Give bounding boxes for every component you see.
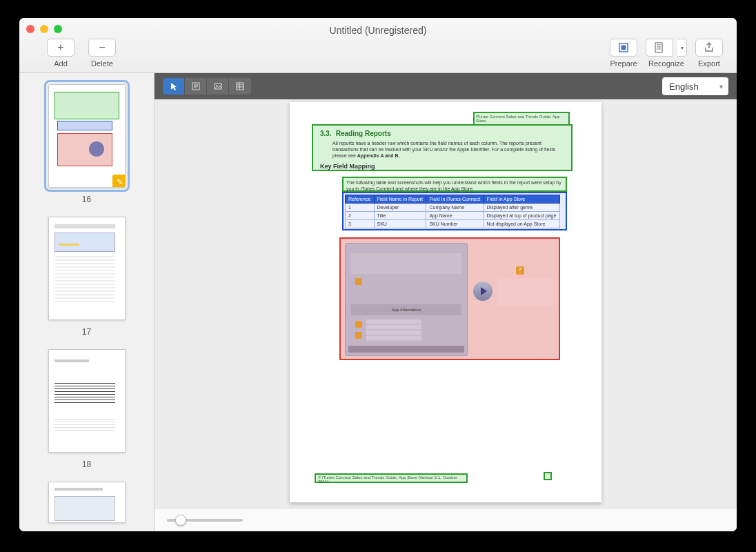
recognize-dropdown[interactable]: ▾ xyxy=(677,39,687,57)
add-button[interactable]: + Add xyxy=(47,39,74,68)
recognize-icon xyxy=(646,39,673,57)
svg-rect-12 xyxy=(237,83,243,90)
thumbnail-18[interactable]: 18 xyxy=(48,349,126,469)
main-area: English iTunes Connect Sales and Trends … xyxy=(155,73,737,531)
prepare-icon xyxy=(610,39,637,57)
table-row: 2TitleApp NameDisplayed at top of produc… xyxy=(346,212,560,220)
pointer-mode-button[interactable] xyxy=(163,78,185,95)
table-row: 3SKUSKU NumberNot displayed on App Store xyxy=(346,220,560,228)
zoom-slider[interactable] xyxy=(167,519,243,522)
thumbnail-19[interactable] xyxy=(48,482,126,523)
thumbnail-number: 18 xyxy=(48,460,126,469)
zoom-knob[interactable] xyxy=(175,515,186,526)
minus-icon: − xyxy=(88,39,116,57)
text-zone[interactable]: 3.3. Reading Reports All reports have a … xyxy=(312,124,573,171)
recognize-button[interactable]: ▾ Recognize xyxy=(646,39,687,68)
toolbar-left: + Add − Delete xyxy=(47,39,116,68)
app-window: Untitled (Unregistered) + Add − Delete P… xyxy=(19,18,737,531)
table-zone-button[interactable] xyxy=(229,78,251,95)
image-zone[interactable]: App Information 7 xyxy=(339,237,560,360)
thumbnail-16[interactable]: ✎ 16 xyxy=(48,84,126,204)
text-zone-button[interactable] xyxy=(185,78,207,95)
delete-button[interactable]: − Delete xyxy=(88,39,116,68)
bottom-bar xyxy=(155,508,737,531)
thumbnail-sidebar[interactable]: ✎ 16 17 18 xyxy=(19,73,155,531)
titlebar: Untitled (Unregistered) + Add − Delete P… xyxy=(19,18,737,73)
field-mapping-table: Reference Field Name In Report Field In … xyxy=(345,195,560,228)
image-zone-button[interactable] xyxy=(207,78,229,95)
svg-rect-2 xyxy=(655,43,662,52)
text-zone[interactable] xyxy=(544,472,552,480)
text-zone[interactable]: The following table and screenshots will… xyxy=(342,177,567,192)
export-icon xyxy=(695,39,723,57)
svg-rect-1 xyxy=(621,46,626,50)
prepare-button[interactable]: Prepare xyxy=(610,39,637,68)
plus-icon: + xyxy=(47,39,74,57)
language-select[interactable]: English xyxy=(662,77,728,95)
export-button[interactable]: Export xyxy=(695,39,723,68)
key-field-mapping-heading: Key Field Mapping xyxy=(320,163,564,171)
thumbnail-number: 16 xyxy=(48,195,126,204)
main-body: ✎ 16 17 18 xyxy=(19,73,737,531)
zone-mode-segmented xyxy=(163,78,251,95)
thumbnail-17[interactable]: 17 xyxy=(48,217,126,337)
text-zone[interactable]: iTunes Connect Sales and Trends Guide, A… xyxy=(473,112,570,126)
document-canvas[interactable]: iTunes Connect Sales and Trends Guide, A… xyxy=(155,99,737,508)
table-row: 1DeveloperCompany NameDisplayed after ge… xyxy=(346,204,560,212)
document-toolbar: English xyxy=(155,73,737,99)
page-16[interactable]: iTunes Connect Sales and Trends Guide, A… xyxy=(290,102,601,502)
edit-badge-icon: ✎ xyxy=(112,175,126,188)
thumbnail-number: 17 xyxy=(48,327,126,337)
window-title: Untitled (Unregistered) xyxy=(19,25,737,36)
play-icon xyxy=(473,282,493,301)
text-zone[interactable]: © iTunes Connect Sales and Trends Guide,… xyxy=(315,473,468,483)
toolbar-right: Prepare ▾ Recognize Export xyxy=(610,39,723,68)
